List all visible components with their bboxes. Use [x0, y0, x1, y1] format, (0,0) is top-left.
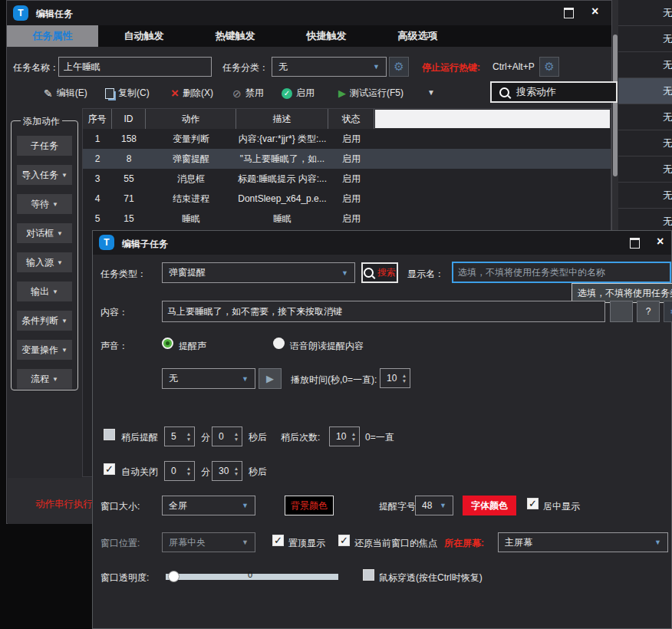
- screen-dropdown[interactable]: 主屏幕: [498, 532, 668, 552]
- window-position-label: 窗口位置:: [100, 537, 140, 550]
- tab-advanced-options[interactable]: 高级选项: [372, 25, 463, 47]
- copy-button[interactable]: 复制(C): [105, 87, 150, 100]
- bg-color-button[interactable]: 背景颜色: [285, 496, 334, 515]
- background-row-selected[interactable]: 无: [618, 78, 672, 104]
- spinner-arrows-icon[interactable]: [232, 466, 240, 476]
- edit-task-titlebar[interactable]: T 编辑任务 ×: [7, 1, 611, 25]
- display-name-input[interactable]: [452, 262, 671, 283]
- maximize-button[interactable]: [564, 8, 574, 21]
- spinner-arrows-icon[interactable]: [350, 431, 357, 442]
- background-row[interactable]: 无: [618, 26, 672, 52]
- table-row[interactable]: 1 158 变量判断 内容:{var:*jjr*} 类型:... 启用: [83, 129, 611, 149]
- spinner-arrows-icon[interactable]: [232, 431, 240, 442]
- center-display-checkbox[interactable]: [527, 498, 539, 509]
- spinner-arrows-icon[interactable]: [185, 466, 193, 476]
- sidebar-button-dialog[interactable]: 对话框▼: [17, 223, 72, 243]
- auto-close-checkbox[interactable]: [104, 463, 115, 475]
- sidebar-button-variable[interactable]: 变量操作▼: [17, 340, 72, 360]
- background-row[interactable]: 无: [618, 130, 672, 156]
- autoclose-seconds-spinner[interactable]: 30: [212, 461, 242, 481]
- seconds-unit-label: 秒后: [249, 466, 267, 479]
- background-scrollbar-thumb[interactable]: [613, 35, 618, 176]
- sidebar-button-input-source[interactable]: 输入源▼: [17, 252, 72, 272]
- content-settings-gear-icon[interactable]: ⚙: [664, 301, 672, 322]
- sidebar-button-wait[interactable]: 等待▼: [17, 194, 72, 214]
- category-settings-gear-icon[interactable]: ⚙: [389, 57, 409, 77]
- sidebar-button-flow[interactable]: 流程▼: [17, 369, 72, 389]
- spinner-arrows-icon[interactable]: [185, 431, 193, 442]
- content-input[interactable]: [162, 301, 605, 322]
- later-minutes-spinner[interactable]: 5: [164, 426, 195, 446]
- background-row[interactable]: 无: [618, 156, 672, 183]
- play-time-spinner[interactable]: 10: [380, 368, 410, 388]
- disable-button[interactable]: ⊘ 禁用: [232, 87, 264, 100]
- background-row[interactable]: 无: [618, 104, 672, 130]
- tab-shortcut-trigger[interactable]: 快捷触发: [281, 25, 372, 47]
- autoclose-minutes-spinner[interactable]: 0: [164, 461, 195, 481]
- background-row[interactable]: 无: [618, 209, 672, 232]
- delete-button[interactable]: × 删除(X): [171, 87, 213, 100]
- sound-select-dropdown[interactable]: 无: [162, 368, 255, 389]
- stop-hotkey-value: Ctrl+Alt+P: [492, 61, 535, 72]
- radio-voice-read[interactable]: [273, 338, 285, 349]
- table-row-selected[interactable]: 2 8 弹窗提醒 "马上要睡眠了，如... 启用: [83, 149, 611, 169]
- content-extra-button[interactable]: [610, 301, 633, 322]
- mouse-through-checkbox[interactable]: [363, 569, 374, 581]
- task-name-input[interactable]: [58, 57, 212, 77]
- spinner-arrows-icon[interactable]: [400, 373, 408, 384]
- close-button[interactable]: ×: [657, 235, 664, 248]
- tab-hotkey-trigger[interactable]: 热键触发: [189, 25, 281, 47]
- close-button[interactable]: ×: [591, 5, 598, 18]
- radio-alert-sound[interactable]: [162, 338, 173, 349]
- task-category-dropdown[interactable]: 无: [272, 57, 387, 77]
- window-title: 编辑子任务: [122, 238, 168, 251]
- table-row[interactable]: 5 15 睡眠 睡眠 启用: [83, 209, 611, 229]
- restore-focus-checkbox[interactable]: [338, 535, 350, 546]
- column-header-index[interactable]: 序号: [83, 109, 112, 129]
- table-row[interactable]: 3 55 消息框 标题:睡眠提示 内容:... 启用: [83, 169, 611, 189]
- sidebar-button-condition[interactable]: 条件判断▼: [17, 311, 72, 331]
- enable-button[interactable]: ✓ 启用: [282, 87, 315, 100]
- edit-subtask-titlebar[interactable]: T 编辑子任务 ×: [93, 231, 671, 255]
- background-row[interactable]: 无: [618, 52, 672, 78]
- column-header-id[interactable]: ID: [112, 109, 146, 129]
- search-action-box[interactable]: 搜索动作: [490, 81, 618, 103]
- topmost-checkbox[interactable]: [272, 535, 284, 546]
- tab-auto-trigger[interactable]: 自动触发: [98, 25, 189, 47]
- toolbar-more-caret[interactable]: ▼: [427, 88, 435, 97]
- help-button[interactable]: ?: [637, 301, 660, 322]
- edit-button[interactable]: ✎ 编辑(E): [44, 87, 87, 100]
- restore-focus-label: 还原当前窗口的焦点: [354, 537, 437, 550]
- sidebar-button-subtask[interactable]: 子任务: [17, 136, 72, 156]
- hotkey-settings-gear-icon[interactable]: ⚙: [539, 57, 559, 77]
- remind-later-checkbox[interactable]: [104, 429, 115, 440]
- window-position-dropdown[interactable]: 屏幕中央: [162, 532, 255, 552]
- column-header-status[interactable]: 状态: [328, 109, 374, 129]
- display-name-label: 显示名：: [407, 268, 444, 281]
- column-header-action[interactable]: 动作: [146, 109, 236, 129]
- background-row[interactable]: 无: [618, 183, 672, 209]
- later-count-spinner[interactable]: 10: [329, 426, 360, 446]
- play-sound-button[interactable]: ▶: [259, 368, 282, 389]
- task-type-dropdown[interactable]: 弹窗提醒: [162, 262, 355, 283]
- background-row[interactable]: 无: [618, 0, 672, 26]
- table-row[interactable]: 4 71 结束进程 DontSleep_x64_p.e... 启用: [83, 189, 611, 209]
- font-color-button[interactable]: 字体颜色: [463, 496, 516, 515]
- opacity-slider-thumb[interactable]: [168, 571, 180, 582]
- font-size-dropdown[interactable]: 48: [415, 496, 453, 515]
- window-size-dropdown[interactable]: 全屏: [162, 496, 255, 515]
- sidebar-button-output[interactable]: 输出▼: [17, 282, 72, 301]
- chevron-down-icon: ▼: [427, 88, 435, 97]
- later-seconds-spinner[interactable]: 0: [212, 426, 242, 446]
- search-icon: [499, 87, 509, 97]
- search-type-button[interactable]: 搜索: [361, 262, 398, 283]
- column-header-description[interactable]: 描述: [236, 109, 328, 129]
- screen-label: 所在屏幕:: [444, 537, 484, 550]
- minutes-unit-label: 分: [201, 466, 210, 479]
- radio-alert-sound-label: 提醒声: [179, 340, 206, 353]
- sidebar-button-import-task[interactable]: 导入任务▼: [17, 165, 72, 185]
- test-run-button[interactable]: ▶ 测试运行(F5): [338, 87, 404, 100]
- maximize-button[interactable]: [630, 238, 640, 252]
- tab-task-properties[interactable]: 任务属性: [7, 25, 98, 47]
- center-display-label: 居中显示: [543, 500, 580, 513]
